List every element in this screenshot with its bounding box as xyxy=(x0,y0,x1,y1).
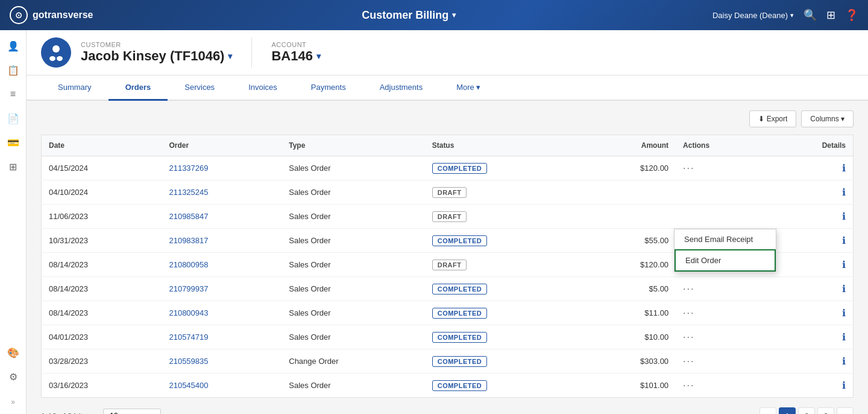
cell-type: Change Order xyxy=(281,349,424,374)
cell-type: Sales Order xyxy=(281,180,424,205)
cell-type: Sales Order xyxy=(281,374,424,398)
info-icon[interactable]: ℹ xyxy=(842,235,846,246)
cell-details: ℹ xyxy=(767,253,854,277)
sidebar-item-documents[interactable]: 📋 xyxy=(2,59,24,81)
customer-full-name: Jacob Kinsey (TF1046) xyxy=(81,48,224,64)
cell-order: 210985847 xyxy=(162,205,281,229)
customer-dropdown-arrow: ▾ xyxy=(228,51,232,61)
export-button[interactable]: ⬇ Export xyxy=(749,110,796,127)
app-title[interactable]: Customer Billing ▾ xyxy=(362,9,456,22)
action-menu-button[interactable]: ··· xyxy=(683,380,694,390)
tab-adjustments[interactable]: Adjustments xyxy=(363,75,440,101)
page-2-button[interactable]: 2 xyxy=(798,407,815,414)
cell-details: ℹ xyxy=(767,205,854,229)
context-menu-send-email[interactable]: Send Email Receipt xyxy=(675,229,776,249)
app-logo[interactable]: ⊙ gotransverse xyxy=(10,6,93,24)
cell-status: DRAFT xyxy=(425,180,580,205)
cell-amount: $11.00 xyxy=(580,301,676,325)
tab-invoices[interactable]: Invoices xyxy=(231,75,294,101)
info-icon[interactable]: ℹ xyxy=(842,332,846,342)
page-prev-button[interactable]: ‹ xyxy=(760,407,776,414)
tab-services[interactable]: Services xyxy=(168,75,231,101)
table-row: 04/01/2023 210574719 Sales Order COMPLET… xyxy=(42,325,854,349)
info-icon[interactable]: ℹ xyxy=(842,380,846,390)
account-dropdown-arrow: ▾ xyxy=(316,51,321,61)
table-wrapper: Date Order Type Status Amount Actions De… xyxy=(41,135,854,398)
table-row: 04/15/2024 211337269 Sales Order COMPLET… xyxy=(42,156,854,180)
grid-icon[interactable]: ⊞ xyxy=(826,8,835,22)
cell-type: Sales Order xyxy=(281,253,424,277)
help-icon[interactable]: ❓ xyxy=(845,8,858,22)
info-icon[interactable]: ℹ xyxy=(842,211,846,221)
customer-name-row[interactable]: Jacob Kinsey (TF1046) ▾ xyxy=(81,48,232,64)
info-icon[interactable]: ℹ xyxy=(842,260,846,270)
sidebar-item-list[interactable]: ≡ xyxy=(2,83,24,105)
cell-status: DRAFT xyxy=(425,205,580,229)
cell-date: 11/06/2023 xyxy=(42,205,162,229)
sidebar-item-settings[interactable]: ⚙ xyxy=(2,366,24,387)
pagination-count: 1-10 of 24 items xyxy=(41,412,97,415)
account-id-row[interactable]: BA146 ▾ xyxy=(271,48,320,64)
page-size-button[interactable]: 10 per page ▾ xyxy=(103,409,161,414)
cell-amount: $55.00 xyxy=(580,229,676,253)
cell-details: ℹ xyxy=(767,301,854,325)
user-menu[interactable]: Daisy Deane (Deane) ▾ xyxy=(712,11,794,20)
svg-point-0 xyxy=(52,45,60,53)
customer-avatar xyxy=(41,37,71,68)
cell-date: 03/16/2023 xyxy=(42,374,162,398)
sidebar-item-file[interactable]: 📄 xyxy=(2,107,24,129)
top-navigation: ⊙ gotransverse Customer Billing ▾ Daisy … xyxy=(0,0,868,30)
page-3-button[interactable]: 3 xyxy=(817,407,834,414)
tab-orders[interactable]: Orders xyxy=(108,75,168,101)
cell-order: 210800958 xyxy=(162,253,281,277)
sidebar-item-palette[interactable]: 🎨 xyxy=(2,342,24,363)
table-row: 11/06/2023 210985847 Sales Order DRAFT ℹ xyxy=(42,205,854,229)
info-icon[interactable]: ℹ xyxy=(842,356,846,366)
cell-order: 210574719 xyxy=(162,325,281,349)
status-badge: COMPLETED xyxy=(432,163,488,174)
cell-date: 10/31/2023 xyxy=(42,229,162,253)
info-icon[interactable]: ℹ xyxy=(842,284,846,294)
pagination-info: 1-10 of 24 items 10 per page ▾ xyxy=(41,409,161,414)
tab-more[interactable]: More ▾ xyxy=(439,75,497,101)
logo-icon: ⊙ xyxy=(10,6,28,24)
cell-date: 08/14/2023 xyxy=(42,301,162,325)
cell-status: DRAFT xyxy=(425,253,580,277)
info-icon[interactable]: ℹ xyxy=(842,308,846,318)
info-icon[interactable]: ℹ xyxy=(842,163,846,173)
action-menu-button[interactable]: ··· xyxy=(683,332,694,342)
cell-status: COMPLETED xyxy=(425,277,580,301)
tab-payments[interactable]: Payments xyxy=(294,75,363,101)
action-menu-button[interactable]: ··· xyxy=(683,308,694,318)
action-menu-button[interactable]: ··· xyxy=(683,163,694,173)
table-header-row: Date Order Type Status Amount Actions De… xyxy=(42,135,854,156)
cell-date: 08/14/2023 xyxy=(42,277,162,301)
info-icon[interactable]: ℹ xyxy=(842,187,846,197)
cell-actions xyxy=(676,205,767,229)
action-menu-button[interactable]: ··· xyxy=(683,356,694,366)
tab-summary[interactable]: Summary xyxy=(41,75,108,101)
svg-point-1 xyxy=(49,56,55,61)
cell-amount: $5.00 xyxy=(580,277,676,301)
page-1-button[interactable]: 1 xyxy=(779,407,796,414)
cell-date: 04/15/2024 xyxy=(42,156,162,180)
sidebar-item-grid[interactable]: ⊞ xyxy=(2,156,24,177)
action-menu-button[interactable]: ··· xyxy=(683,284,694,294)
status-badge: DRAFT xyxy=(432,187,467,198)
customer-label: CUSTOMER xyxy=(81,41,232,48)
cell-details: ℹ xyxy=(767,277,854,301)
cell-order: 210983817 xyxy=(162,229,281,253)
page-next-button[interactable]: › xyxy=(837,407,854,414)
table-row: 04/10/2024 211325245 Sales Order DRAFT ℹ xyxy=(42,180,854,205)
sidebar-item-card[interactable]: 💳 xyxy=(2,132,24,153)
logo-text: gotransverse xyxy=(33,10,93,21)
columns-button[interactable]: Columns ▾ xyxy=(801,110,854,127)
sidebar-expand-button[interactable]: » xyxy=(2,395,24,409)
cell-details: ℹ xyxy=(767,180,854,205)
title-dropdown-arrow: ▾ xyxy=(452,11,456,19)
main-content: CUSTOMER Jacob Kinsey (TF1046) ▾ ACCOUNT… xyxy=(27,30,868,414)
context-menu-edit-order[interactable]: Edit Order xyxy=(675,249,776,272)
search-icon[interactable]: 🔍 xyxy=(804,8,817,22)
sidebar-item-people[interactable]: 👤 xyxy=(2,35,24,57)
status-badge: COMPLETED xyxy=(432,356,488,367)
